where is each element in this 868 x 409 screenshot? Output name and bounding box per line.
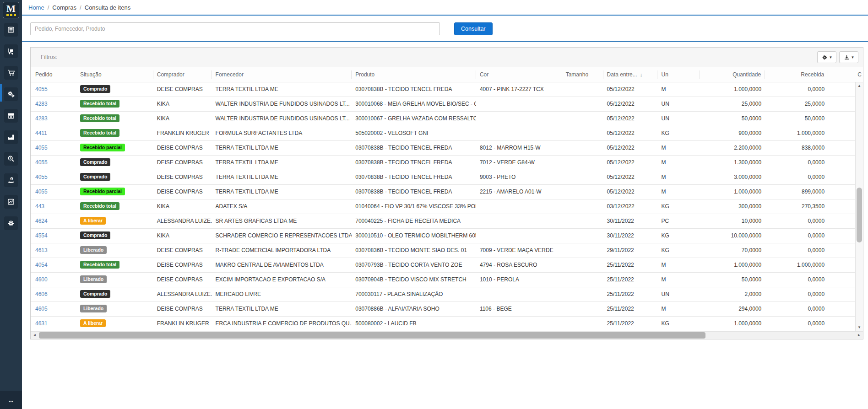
search-input[interactable] [30,22,440,35]
horizontal-scrollbar[interactable]: ◄ ► [31,331,863,339]
table-row[interactable]: 4411 Recebido total FRANKLIN KRUGER FORM… [31,126,863,141]
column-header-fornecedor[interactable]: Fornecedor [212,70,352,79]
table-row[interactable]: 4054 Recebido total DEISE COMPRAS MAKRO … [31,258,863,273]
pedido-link[interactable]: 4554 [35,232,48,239]
sidebar-item-production[interactable] [4,87,18,101]
app-logo[interactable]: M [3,2,19,18]
tamanho-cell [562,287,603,301]
column-header-un[interactable]: Un [657,70,700,79]
pedido-link[interactable]: 4055 [35,159,48,166]
sidebar-item-purchases[interactable] [4,66,18,80]
data-entrega-cell: 25/11/2022 [603,258,658,272]
quantidade-cell: 25,0000 [700,97,765,111]
horizontal-scroll-thumb[interactable] [39,332,705,339]
consultar-button[interactable]: Consultar [454,22,493,35]
table-row[interactable]: 4055 Recebido parcial DEISE COMPRAS TERR… [31,141,863,156]
scroll-left-arrow[interactable]: ◄ [31,332,38,339]
vertical-scroll-thumb[interactable] [857,188,862,242]
scroll-down-arrow[interactable]: ▼ [856,324,863,331]
sidebar-item-reports[interactable] [4,195,18,209]
pedido-link[interactable]: 4055 [35,145,48,151]
sidebar-item-settings[interactable] [4,216,18,230]
breadcrumb-separator: / [80,4,81,11]
pedido-link[interactable]: 443 [35,203,44,210]
pedido-link[interactable]: 4631 [35,320,48,327]
pedido-link[interactable]: 4606 [35,291,48,297]
comprador-cell: DEISE COMPRAS [153,273,212,287]
data-entrega-cell: 25/11/2022 [603,273,658,287]
table-row[interactable]: 4055 Comprado DEISE COMPRAS TERRA TEXTIL… [31,82,863,97]
table-row[interactable]: 4055 Comprado DEISE COMPRAS TERRA TEXTIL… [31,156,863,170]
table-row[interactable]: 4283 Recebido total KIKA WALTER INDUSTRI… [31,97,863,112]
fornecedor-cell: MERCADO LIVRE [212,287,352,301]
table-row[interactable]: 4055 Recebido parcial DEISE COMPRAS TERR… [31,185,863,199]
produto-cell: 03070904B - TECIDO VISCO MIX STRETCH [352,273,476,287]
fornecedor-cell: EXCIM IMPORTACAO E EXPORTACAO S/A [212,273,352,287]
export-download-button[interactable]: ▾ [839,51,858,63]
produto-cell: 700040225 - FICHA DE RECEITA MEDICA [352,214,476,228]
pedido-link[interactable]: 4283 [35,101,48,107]
recebida-cell: 0,0000 [765,243,828,258]
column-header-cor[interactable]: Cor [476,70,562,79]
table-row[interactable]: 4554 Comprado KIKA SCHRADER COMERCIO E R… [31,229,863,243]
pedido-link[interactable]: 4054 [35,262,48,268]
column-header-quantidade[interactable]: Quantidade [700,70,765,79]
vertical-scrollbar[interactable]: ▲ ▼ [855,82,863,331]
column-header-situacao[interactable]: Situação [76,70,153,79]
hand-truck-icon [7,48,15,55]
sidebar-expand-toggle[interactable]: ↔ [0,391,22,409]
pedido-link[interactable]: 4055 [35,188,48,195]
column-header-pedido[interactable]: Pedido [31,70,76,79]
data-entrega-cell: 05/12/2022 [603,170,658,184]
sidebar-item-receiving[interactable] [4,44,18,58]
table-row[interactable]: 4606 Comprado ALESSANDRA LUIZE... MERCAD… [31,287,863,302]
un-cell: KG [657,317,700,331]
data-entrega-cell: 05/12/2022 [603,185,658,199]
pedido-link[interactable]: 4605 [35,306,48,312]
sidebar-item-orders[interactable] [4,23,18,37]
column-header-recebida[interactable]: Recebida [765,70,828,79]
column-header-produto[interactable]: Produto [352,70,476,79]
tamanho-cell [562,82,603,97]
scroll-right-arrow[interactable]: ► [855,332,863,339]
column-header-truncated[interactable]: C [828,70,863,79]
fornecedor-cell: WALTER INDUSTRIA DE FUNDIDOS USINADOS LT… [212,112,352,126]
table-row[interactable]: 4605 Liberado DEISE COMPRAS TERRA TEXTIL… [31,302,863,317]
column-header-data-entrega[interactable]: Data entre...↓ [603,70,658,79]
un-cell: KG [657,199,700,214]
cor-cell: 1106 - BEGE [476,302,562,316]
breadcrumb-compras[interactable]: Compras [52,4,76,11]
pedido-link[interactable]: 4411 [35,130,47,136]
produto-cell: 03070838B - TECIDO TENCEL FREDA [352,141,476,155]
table-row[interactable]: 4613 Liberado DEISE COMPRAS R-TRADE COME… [31,243,863,258]
table-row[interactable]: 4283 Recebido total KIKA WALTER INDUSTRI… [31,112,863,126]
pedido-link[interactable]: 4055 [35,86,48,92]
pedido-link[interactable]: 4613 [35,247,48,253]
pedido-link[interactable]: 4283 [35,115,48,122]
pedido-link[interactable]: 4600 [35,276,48,283]
breadcrumb-home[interactable]: Home [28,4,44,11]
table-row[interactable]: 4631 A liberar FRANKLIN KRUGER ERCA INDU… [31,317,863,331]
table-row[interactable]: 4055 Comprado DEISE COMPRAS TERRA TEXTIL… [31,170,863,185]
quantidade-cell: 2,0000 [700,287,765,301]
grid-settings-button[interactable]: ▾ [817,51,836,63]
scroll-up-arrow[interactable]: ▲ [856,82,863,90]
factory-icon [7,134,15,141]
table-row[interactable]: 443 Recebido total KIKA ADATEX S/A 01040… [31,199,863,214]
pedido-link[interactable]: 4055 [35,174,48,180]
sidebar-item-store[interactable] [4,109,18,123]
sidebar-item-quotes[interactable]: $ [4,152,18,166]
fornecedor-cell: MAKRO CENTRAL DE AVIAMENTOS LTDA [212,258,352,272]
produto-cell: 03070838B - TECIDO TENCEL FREDA [352,185,476,199]
table-row[interactable]: 4600 Liberado DEISE COMPRAS EXCIM IMPORT… [31,273,863,287]
cor-cell: 7012 - VERDE G84-W [476,156,562,170]
fornecedor-cell: WALTER INDUSTRIA DE FUNDIDOS USINADOS LT… [212,97,352,111]
sidebar-item-payments[interactable]: $ [4,173,18,187]
recebida-cell: 50,0000 [765,112,828,126]
produto-cell: 03070838B - TECIDO TENCEL FREDA [352,156,476,170]
column-header-comprador[interactable]: Comprador [153,70,212,79]
table-row[interactable]: 4624 A liberar ALESSANDRA LUIZE... SR AR… [31,214,863,229]
sidebar-item-factory[interactable] [4,130,18,144]
column-header-tamanho[interactable]: Tamanho [562,70,603,79]
pedido-link[interactable]: 4624 [35,218,48,224]
